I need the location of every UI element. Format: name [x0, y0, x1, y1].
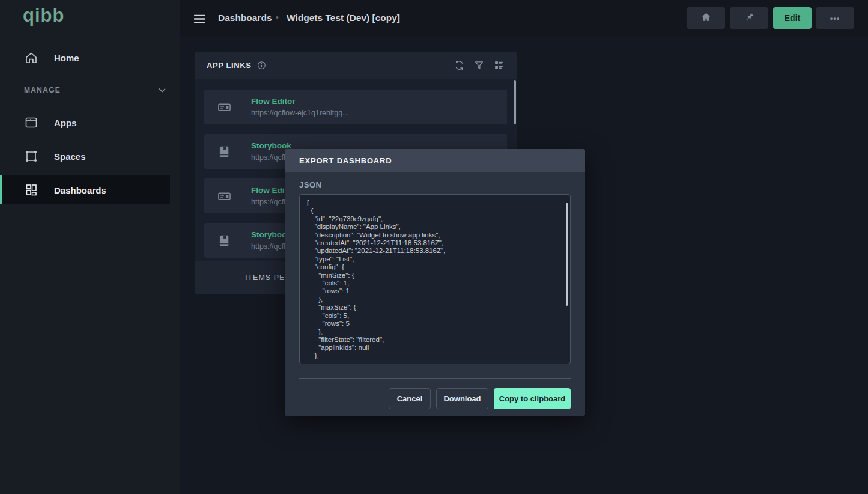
sidebar-item-label: Home — [54, 53, 79, 63]
filter-icon[interactable] — [473, 59, 485, 71]
more-options-button[interactable]: ••• — [816, 7, 854, 29]
home-icon — [24, 50, 38, 65]
hamburger-menu-icon[interactable] — [192, 11, 207, 26]
sidebar-item-label: Apps — [54, 118, 77, 128]
widget-title: APP LINKS — [207, 61, 252, 70]
app-link-url: https://qcflow-ejc1q1rehltgq... — [251, 109, 349, 117]
dialog-title: EXPORT DASHBOARD — [299, 156, 392, 165]
download-button[interactable]: Download — [436, 388, 488, 409]
dialog-buttons: Cancel Download Copy to clipboard — [299, 388, 571, 409]
widget-header: APP LINKS — [195, 52, 517, 79]
sidebar-item-label: Dashboards — [54, 185, 106, 195]
section-label: MANAGE — [24, 86, 61, 94]
flow-icon — [217, 100, 232, 115]
dialog-body: JSON [ { "id": "22q739c9zgafq", "display… — [285, 172, 585, 409]
apps-icon — [24, 115, 38, 130]
breadcrumb-dashboards[interactable]: Dashboards — [218, 13, 272, 23]
json-field-label: JSON — [299, 180, 571, 189]
sidebar-section-manage: MANAGE — [0, 83, 180, 97]
breadcrumb-separator: • — [276, 13, 279, 22]
refresh-icon[interactable] — [454, 59, 465, 71]
list-scrollbar[interactable] — [514, 80, 516, 124]
book-icon — [217, 233, 232, 248]
json-textarea[interactable]: [ { "id": "22q739c9zgafq", "displayName"… — [299, 194, 571, 364]
dialog-divider — [299, 378, 571, 379]
copy-to-clipboard-button[interactable]: Copy to clipboard — [494, 388, 571, 409]
edit-button[interactable]: Edit — [773, 7, 812, 29]
sidebar-item-apps[interactable]: Apps — [0, 109, 180, 136]
book-icon — [217, 144, 232, 159]
pin-icon — [744, 11, 755, 25]
widget-actions — [454, 59, 505, 71]
sidebar-item-dashboards[interactable]: Dashboards — [0, 175, 170, 204]
info-icon[interactable] — [257, 61, 266, 70]
sidebar-item-spaces[interactable]: Spaces — [0, 143, 180, 169]
export-dashboard-dialog: EXPORT DASHBOARD JSON [ { "id": "22q739c… — [285, 149, 585, 416]
app-link-name: Flow Editor — [251, 97, 349, 106]
list-item-text: Flow Editor https://qcflow-ejc1q1rehltgq… — [251, 97, 349, 117]
json-field-wrap: [ { "id": "22q739c9zgafq", "displayName"… — [299, 194, 571, 364]
qibb-logo[interactable]: qibb — [23, 5, 64, 26]
cancel-button[interactable]: Cancel — [389, 388, 431, 409]
list-item-flow-editor[interactable]: Flow Editor https://qcflow-ejc1q1rehltgq… — [204, 90, 507, 124]
flow-icon — [217, 189, 232, 204]
spaces-icon — [24, 149, 38, 163]
json-scrollbar[interactable] — [566, 203, 568, 306]
home-icon — [700, 11, 712, 25]
sidebar-item-label: Spaces — [54, 151, 86, 162]
sidebar: qibb Home MANAGE Apps Spaces — [0, 0, 180, 494]
list-view-icon[interactable] — [493, 59, 505, 71]
app-root: qibb Home MANAGE Apps Spaces — [0, 0, 868, 494]
dashboards-icon — [24, 183, 38, 197]
chevron-down-icon[interactable] — [157, 85, 167, 95]
dialog-header: EXPORT DASHBOARD — [285, 149, 585, 172]
page-title: Widgets Test (Dev) [copy] — [287, 13, 400, 23]
pin-button[interactable] — [730, 7, 768, 29]
sidebar-item-home[interactable]: Home — [0, 44, 180, 71]
home-button[interactable] — [687, 7, 725, 29]
topbar: Dashboards • Widgets Test (Dev) [copy] E… — [180, 0, 868, 37]
